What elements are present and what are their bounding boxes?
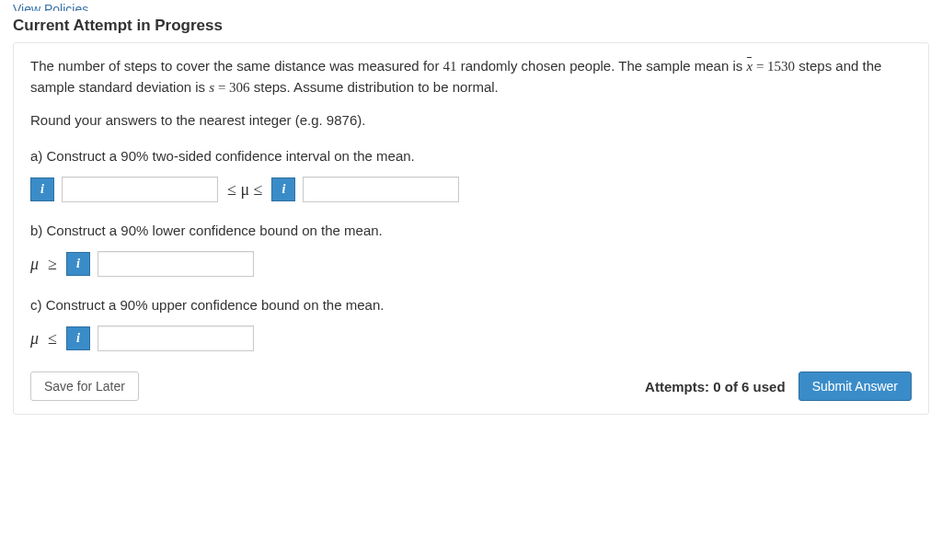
xbar-symbol: x	[746, 56, 752, 77]
part-a-upper-input[interactable]	[303, 177, 459, 202]
part-b-input-row: μ ≥ i	[30, 251, 912, 277]
part-a: a) Construct a 90% two-sided confidence …	[30, 148, 912, 202]
intro-text-1: The number of steps to cover the same di…	[30, 58, 443, 74]
intro-text-4: steps. Assume distribution to be normal.	[250, 79, 499, 95]
le-mu-le-symbol: ≤ μ ≤	[225, 180, 264, 200]
attempts-counter: Attempts: 0 of 6 used	[645, 379, 786, 394]
xbar-eq: =	[752, 59, 767, 74]
part-c-input-row: μ ≤ i	[30, 326, 912, 351]
action-row: Save for Later Attempts: 0 of 6 used Sub…	[30, 371, 912, 401]
part-b: b) Construct a 90% lower confidence boun…	[30, 223, 912, 277]
ge-symbol: ≥	[46, 255, 59, 274]
submit-group: Attempts: 0 of 6 used Submit Answer	[645, 371, 912, 401]
le-symbol: ≤	[46, 329, 59, 349]
section-title: Current Attempt in Progress	[13, 17, 929, 35]
part-a-input-row: i ≤ μ ≤ i	[30, 177, 912, 202]
info-icon[interactable]: i	[30, 177, 54, 201]
part-a-label: a) Construct a 90% two-sided confidence …	[30, 148, 912, 164]
s-value: 306	[229, 80, 250, 95]
mu-symbol: μ	[30, 329, 39, 349]
rounding-hint: Round your answers to the nearest intege…	[30, 112, 912, 128]
save-for-later-button[interactable]: Save for Later	[30, 371, 139, 401]
s-eq: =	[214, 80, 229, 95]
part-b-input[interactable]	[98, 251, 254, 277]
info-icon[interactable]: i	[271, 177, 295, 201]
part-c-label: c) Construct a 90% upper confidence boun…	[30, 297, 912, 313]
question-panel: The number of steps to cover the same di…	[13, 42, 929, 415]
part-a-lower-input[interactable]	[62, 177, 218, 202]
info-icon[interactable]: i	[66, 326, 90, 350]
problem-statement: The number of steps to cover the same di…	[30, 56, 912, 97]
xbar-value: 1530	[767, 59, 795, 74]
mu-symbol: μ	[30, 255, 39, 274]
info-icon[interactable]: i	[66, 252, 90, 276]
view-policies-link[interactable]: View Policies	[13, 2, 929, 11]
part-b-label: b) Construct a 90% lower confidence boun…	[30, 223, 912, 238]
part-c-input[interactable]	[98, 326, 254, 351]
part-c: c) Construct a 90% upper confidence boun…	[30, 297, 912, 351]
intro-text-2: randomly chosen people. The sample mean …	[457, 58, 747, 74]
sample-size: 41	[443, 59, 457, 74]
submit-answer-button[interactable]: Submit Answer	[798, 371, 912, 401]
